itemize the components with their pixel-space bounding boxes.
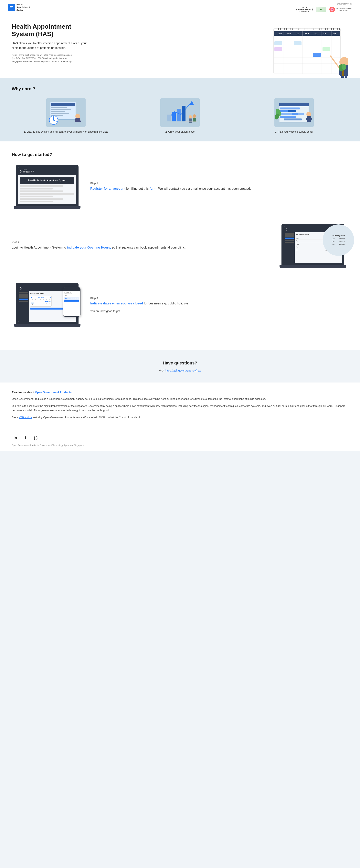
step-1-block: () OPENGOVERNMENTPRODUCTS Enroll in the … xyxy=(12,164,348,211)
hero-text: Health Appointment System (HAS) HAS allo… xyxy=(12,23,90,71)
screen-body-1: Enroll in the Health Appointment System xyxy=(18,175,76,204)
hero-section: Health Appointment System (HAS) HAS allo… xyxy=(0,15,360,78)
form-link[interactable]: form xyxy=(149,187,156,190)
footer: in f ( ) Open Government Products, Gover… xyxy=(0,430,360,451)
svg-rect-63 xyxy=(167,115,171,121)
step-3-heading-rest: for business e.g. public holidays. xyxy=(144,302,189,305)
svg-marker-62 xyxy=(190,101,194,105)
calendar-illustration-svg: SUN MON TUE WED THU FRI SAT xyxy=(266,23,348,78)
logo-area: HealthAppointmentSystem xyxy=(8,3,30,11)
step-2-heading: Login to Health Appointment System to in… xyxy=(12,245,270,250)
linkedin-icon[interactable]: in xyxy=(12,434,19,441)
why-illus-1-svg xyxy=(47,99,85,126)
why-card-2: 2. Grow your patient base xyxy=(126,98,234,133)
svg-rect-83 xyxy=(306,118,312,120)
questions-title: Have questions? xyxy=(12,360,348,366)
step-2-image: () Set Weekly Hours xyxy=(277,222,348,270)
ogp-link[interactable]: Open Government Products xyxy=(35,391,72,394)
laptop-screen-1: () OPENGOVERNMENTPRODUCTS Enroll in the … xyxy=(18,167,76,204)
step-3-phone-overlay: Add Closing Dates 5 6 7 8 9 10 11 xyxy=(63,287,81,317)
svg-rect-74 xyxy=(280,107,300,110)
svg-rect-38 xyxy=(313,53,321,57)
read-more-para-3: See a CNA article featuring Open Governm… xyxy=(12,415,348,420)
questions-section: Have questions? Visit https://ask.gov.sg… xyxy=(0,350,360,382)
svg-rect-66 xyxy=(182,106,185,121)
svg-point-69 xyxy=(192,114,196,118)
has-logo-box xyxy=(8,4,15,11)
laptop-base-2 xyxy=(279,265,346,268)
step-3-heading: Indicate dates when you are closed for b… xyxy=(90,301,348,306)
svg-text:MON: MON xyxy=(287,33,291,35)
svg-rect-49 xyxy=(51,103,75,106)
svg-rect-3 xyxy=(10,8,12,8)
svg-rect-80 xyxy=(284,119,302,120)
read-more-title: Read more about Open Government Products xyxy=(12,390,348,395)
why-card-3: 3. Plan your vaccine supply better xyxy=(240,98,348,133)
why-card-1-label: 1. Easy-to-use system and full control o… xyxy=(24,130,108,133)
step-2-heading-rest: so that patients can book appointments a… xyxy=(112,246,186,249)
aic-logo: aic xyxy=(316,7,326,12)
laptop-base-1 xyxy=(14,206,81,209)
svg-rect-68 xyxy=(189,119,192,123)
read-more-para-1: Open Government Products is a Singapore … xyxy=(12,397,348,401)
brought-label: Brought to you by xyxy=(337,2,352,5)
svg-rect-1 xyxy=(10,6,13,7)
svg-rect-50 xyxy=(51,107,67,108)
why-section: Why enrol? xyxy=(0,78,360,142)
facebook-icon[interactable]: f xyxy=(22,434,29,441)
svg-rect-52 xyxy=(51,111,65,112)
svg-text:WED: WED xyxy=(305,33,309,35)
why-card-3-image xyxy=(274,98,314,127)
closing-dates-link[interactable]: Indicate dates when you are closed xyxy=(90,302,143,305)
svg-point-47 xyxy=(341,64,346,70)
opening-hours-link[interactable]: indicate your Opening Hours, xyxy=(67,246,111,249)
svg-rect-61 xyxy=(75,120,81,122)
partner-logos: ( OPENGOVERNMENTPRODUCTS ) aic 🌸 MINISTR… xyxy=(296,6,352,12)
why-card-1: 1. Easy-to-use system and full control o… xyxy=(12,98,120,133)
svg-rect-78 xyxy=(292,113,298,115)
how-section-title: How to get started? xyxy=(12,151,348,158)
logo-text: HealthAppointmentSystem xyxy=(17,3,30,11)
step-1-register-link[interactable]: Register for an account xyxy=(90,187,125,190)
why-section-title: Why enrol? xyxy=(12,86,348,92)
footer-copyright: Open Government Products, Government Tec… xyxy=(12,444,348,447)
step-1-heading: Register for an account by filling out t… xyxy=(90,186,348,191)
questions-link-text: Visit https://ask.gov.sg/agency/has xyxy=(12,369,348,373)
hero-note: Note: For the pilot phase, we will offer… xyxy=(12,53,74,63)
step-1-image: () OPENGOVERNMENTPRODUCTS Enroll in the … xyxy=(12,164,83,211)
ogp-social-icon[interactable]: ( ) xyxy=(32,434,39,441)
step-2-label: Step 2 xyxy=(12,240,270,244)
hero-description: HAS allows you to offer vaccine appointm… xyxy=(12,41,90,50)
why-cards-container: 1. Easy-to-use system and full control o… xyxy=(12,98,348,133)
ogp-logo: ( OPENGOVERNMENTPRODUCTS ) xyxy=(296,6,313,12)
step-2-content: Step 2 Login to Health Appointment Syste… xyxy=(12,240,270,252)
svg-rect-37 xyxy=(294,41,301,45)
svg-rect-35 xyxy=(274,41,282,45)
step-1-heading-rest: by filling out this form. We will contac… xyxy=(126,187,251,190)
laptop-base-3 xyxy=(14,324,81,327)
step-3-image: () Add Closing Dates xyxy=(12,281,83,329)
svg-rect-64 xyxy=(172,112,176,121)
ask-gov-link[interactable]: https://ask.gov.sg/agency/has xyxy=(165,369,201,372)
svg-rect-79 xyxy=(280,116,296,118)
cna-article-link[interactable]: CNA article xyxy=(19,416,32,419)
why-card-2-label: 2. Grow your patient base xyxy=(166,130,195,133)
why-card-2-image xyxy=(160,98,200,127)
svg-point-67 xyxy=(189,115,192,119)
svg-point-59 xyxy=(76,114,80,119)
why-card-3-label: 3. Plan your vaccine supply better xyxy=(275,130,313,133)
brought-by-area: Brought to you by ( OPENGOVERNMENTPRODUC… xyxy=(296,2,352,12)
laptop-frame-1: () OPENGOVERNMENTPRODUCTS Enroll in the … xyxy=(16,165,79,206)
step-3-label: Step 3 xyxy=(90,296,348,300)
svg-rect-39 xyxy=(323,47,330,51)
screen-header-1: () OPENGOVERNMENTPRODUCTS xyxy=(18,167,76,175)
step-1-label: Step 1 xyxy=(90,181,348,185)
svg-rect-36 xyxy=(274,47,282,51)
svg-rect-2 xyxy=(10,7,12,7)
step-2-circle-overlay: Set Weekly Hours Mon9am-5pm Tue9am-5pm W… xyxy=(323,224,354,256)
svg-text:THU: THU xyxy=(314,33,318,35)
svg-rect-43 xyxy=(345,76,347,78)
hero-title: Health Appointment System (HAS) xyxy=(12,23,90,38)
moh-logo: 🌸 MINISTRY OF HEALTHSINGAPORE xyxy=(329,7,352,12)
svg-rect-51 xyxy=(51,109,71,110)
